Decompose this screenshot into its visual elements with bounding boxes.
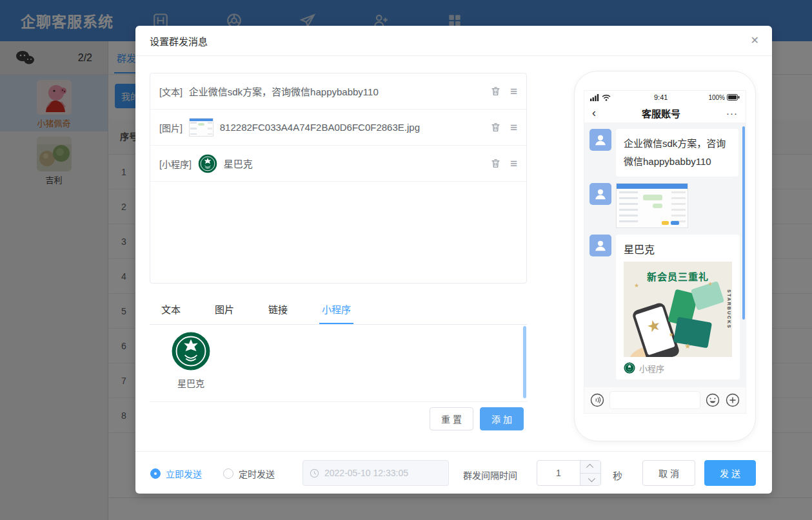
interval-value[interactable]: 1 [537, 461, 580, 485]
tab-miniprogram[interactable]: 小程序 [319, 302, 353, 324]
radio-send-scheduled[interactable]: 定时发送 [223, 467, 275, 480]
interval-number-input[interactable]: 1 [537, 460, 601, 486]
clock-icon [310, 468, 319, 478]
starbucks-logo-icon [624, 362, 635, 374]
signal-icon [590, 94, 599, 101]
number-spinner [580, 461, 600, 485]
drag-handle-icon[interactable]: ≡ [510, 157, 517, 169]
phone-chat-area: 企业微信sdk方案，咨询微信happybabby110 [584, 122, 746, 387]
radio-unselected-icon [223, 468, 233, 479]
banner-headline: 新会员三重礼 [624, 262, 732, 283]
radio-send-now[interactable]: 立即发送 [150, 467, 202, 480]
tab-image[interactable]: 图片 [212, 302, 237, 324]
preview-image-message [589, 183, 740, 228]
phone-status-bar: 9:41 100% [584, 91, 746, 104]
close-icon[interactable]: ✕ [751, 35, 759, 46]
message-type-tag: [文本] [159, 85, 183, 98]
phone-preview: 9:41 100% ‹ 客服账号 ··· [574, 71, 756, 441]
radio-label: 立即发送 [166, 467, 202, 480]
phone-nav-bar: ‹ 客服账号 ··· [584, 104, 746, 122]
message-type-tag: [小程序] [159, 157, 192, 170]
miniprogram-banner: 新会员三重礼 ★ ★ ★ ★ ★ ST [624, 262, 732, 357]
battery-percent: 100% [708, 94, 725, 101]
panel-scrollbar[interactable] [523, 326, 526, 398]
send-button[interactable]: 发 送 [704, 460, 756, 486]
mass-message-dialog: 设置群发消息 ✕ [文本] 企业微信sdk方案，咨询微信happybabby11… [135, 26, 772, 494]
dialog-title: 设置群发消息 [150, 34, 208, 48]
more-icon[interactable]: ··· [726, 108, 738, 119]
reset-button[interactable]: 重 置 [430, 407, 473, 430]
dialog-header: 设置群发消息 ✕ [135, 26, 772, 56]
battery-status: 100% [708, 94, 740, 101]
message-content: 企业微信sdk方案，咨询微信happybabby110 [189, 84, 481, 98]
emoji-icon[interactable] [705, 392, 720, 408]
plus-icon[interactable] [725, 392, 740, 408]
trash-icon[interactable] [490, 158, 501, 169]
phone-input-bar [584, 387, 746, 413]
voice-icon[interactable] [589, 392, 605, 408]
image-thumbnail [189, 118, 213, 137]
preview-text-message: 企业微信sdk方案，咨询微信happybabby110 [589, 129, 740, 177]
miniprogram-option-starbucks[interactable]: 星巴克 [170, 331, 212, 389]
phone-chat-title: 客服账号 [596, 106, 726, 120]
image-message-thumbnail [616, 183, 688, 228]
radio-label: 定时发送 [239, 467, 275, 480]
picker-actions: 重 置 添 加 [150, 402, 527, 436]
starbucks-logo-icon [198, 154, 217, 173]
avatar-icon [589, 129, 611, 151]
battery-icon [727, 94, 740, 101]
miniprogram-card: 星巴克 新会员三重礼 ★ ★ ★ ★ [616, 235, 740, 380]
starbucks-logo-icon [171, 331, 211, 371]
spinner-down-icon[interactable] [580, 474, 600, 486]
trash-icon[interactable] [490, 86, 501, 97]
avatar-icon [589, 235, 611, 256]
avatar-icon [589, 183, 611, 205]
tab-text[interactable]: 文本 [159, 302, 183, 324]
miniprogram-picker-panel: 星巴克 [150, 325, 527, 402]
message-type-tag: [图片] [159, 121, 183, 134]
message-content: 星巴克 [224, 157, 481, 170]
coupon-illustration [673, 316, 712, 348]
interval-label: 群发间隔时间 [463, 468, 517, 481]
datetime-value: 2022-05-10 12:33:05 [324, 468, 408, 478]
tab-link[interactable]: 链接 [266, 302, 290, 324]
interval-unit: 秒 [613, 468, 622, 482]
text-bubble: 企业微信sdk方案，咨询微信happybabby110 [616, 129, 738, 177]
tab-bar: 文本 图片 链接 小程序 [150, 295, 527, 325]
preview-miniprogram-message: 星巴克 新会员三重礼 ★ ★ ★ ★ [589, 235, 740, 380]
wifi-icon [602, 94, 611, 101]
brand-vertical-text: STARBUCKS [727, 289, 731, 329]
miniprogram-card-title: 星巴克 [624, 241, 732, 256]
datetime-input[interactable]: 2022-05-10 12:33:05 [302, 460, 449, 486]
phone-screen: 9:41 100% ‹ 客服账号 ··· [584, 90, 746, 414]
trash-icon[interactable] [490, 122, 501, 133]
message-row-image[interactable]: [图片] 812282FC033A4A74F2BA0D6FC0F2863E.jp… [150, 110, 526, 146]
add-button[interactable]: 添 加 [480, 407, 524, 430]
chat-scrollbar[interactable] [742, 126, 745, 320]
dialog-footer: 立即发送 定时发送 2022-05-10 12:33:05 群发间隔时间 1 秒… [135, 451, 772, 494]
spinner-up-icon[interactable] [580, 461, 600, 474]
cancel-button[interactable]: 取 消 [642, 460, 695, 486]
miniprogram-card-footer: 小程序 [624, 362, 732, 374]
radio-selected-icon [150, 468, 161, 479]
drag-handle-icon[interactable]: ≡ [510, 121, 517, 133]
message-row-miniprogram[interactable]: [小程序] 星巴克 ≡ [150, 146, 526, 182]
content-type-tabs-box: 文本 图片 链接 小程序 星巴克 重 置 添 加 [150, 295, 527, 436]
drag-handle-icon[interactable]: ≡ [510, 85, 517, 97]
app-root: 企聊客服系统 2/2 [0, 0, 812, 520]
message-content: 812282FC033A4A74F2BA0D6FC0F2863E.jpg [220, 122, 481, 133]
miniprogram-footer-label: 小程序 [639, 362, 664, 374]
miniprogram-option-label: 星巴克 [170, 376, 212, 389]
status-time: 9:41 [613, 93, 708, 101]
message-input[interactable] [609, 391, 700, 409]
message-row-text[interactable]: [文本] 企业微信sdk方案，咨询微信happybabby110 ≡ [150, 73, 526, 110]
message-queue-list: [文本] 企业微信sdk方案，咨询微信happybabby110 ≡ [图片] … [150, 73, 527, 284]
